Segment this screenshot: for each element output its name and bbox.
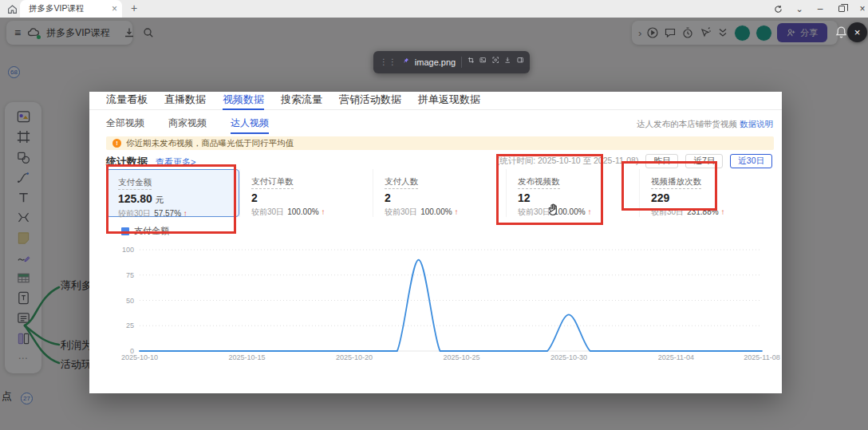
stat-value: 2: [251, 191, 258, 204]
window-refresh-icon[interactable]: [771, 2, 785, 16]
tab-group-rebate-data[interactable]: 拼单返现数据: [418, 92, 480, 110]
up-arrow-icon: ↑: [321, 207, 325, 216]
stat-card-order-count[interactable]: 支付订单数 2 较前30日100.00% ↑: [239, 169, 373, 217]
dashboard-tabs: 流量看板 直播数据 视频数据 搜索流量 营销活动数据 拼单返现数据: [89, 92, 782, 110]
crop-frame-icon[interactable]: [468, 57, 474, 68]
window-menu-chevron-icon[interactable]: ⌄: [792, 2, 807, 16]
info-text: 达人发布的本店铺带货视频: [637, 119, 737, 128]
tab-close-icon[interactable]: ×: [112, 4, 117, 14]
stat-value: 2: [385, 191, 391, 204]
tab-traffic-board[interactable]: 流量看板: [106, 92, 148, 110]
zoom-to-fit-icon[interactable]: [492, 57, 499, 68]
hand-cursor-icon: [546, 202, 562, 218]
pin-icon[interactable]: [403, 57, 409, 68]
svg-text:2025-10-20: 2025-10-20: [336, 353, 373, 361]
tab-marketing-data[interactable]: 营销活动数据: [339, 92, 401, 110]
range-button-30d[interactable]: 近30日: [730, 154, 772, 168]
home-icon[interactable]: [7, 4, 18, 14]
notice-banner: ! 你近期未发布视频，商品曝光低于同行平均值: [106, 136, 774, 150]
data-explain-link[interactable]: 数据说明: [740, 119, 773, 128]
image-float-toolbar: ⋮⋮ image.png: [373, 51, 530, 73]
tab-video-data[interactable]: 视频数据: [223, 92, 264, 110]
payment-line-chart: 02550751002025-10-102025-10-152025-10-20…: [112, 240, 766, 363]
up-arrow-icon: ↑: [720, 207, 724, 216]
open-panel-icon[interactable]: [517, 57, 523, 68]
browser-tab-bar: 拼多多VIP课程 × + ⌄ – ×: [0, 0, 868, 18]
window-close-button[interactable]: ×: [855, 2, 868, 16]
up-arrow-icon: ↑: [454, 207, 458, 216]
image-filename: image.png: [415, 57, 456, 67]
tab-live-data[interactable]: 直播数据: [164, 92, 206, 110]
new-tab-button[interactable]: +: [128, 2, 140, 15]
svg-text:75: 75: [126, 271, 134, 279]
notification-bell-icon[interactable]: [834, 26, 848, 39]
window-minimize-button[interactable]: –: [813, 2, 827, 16]
subtab-all-videos[interactable]: 全部视频: [106, 114, 144, 134]
svg-text:2025-10-15: 2025-10-15: [228, 353, 265, 361]
window-restore-button[interactable]: [834, 2, 849, 16]
stat-label: 支付人数: [385, 176, 418, 189]
stat-percent: 100.00%: [287, 207, 318, 216]
download-image-icon[interactable]: [504, 57, 511, 68]
notice-text: 你近期未发布视频，商品曝光低于同行平均值: [126, 138, 294, 149]
tab-search-traffic[interactable]: 搜索流量: [281, 92, 322, 110]
replace-image-icon[interactable]: [479, 57, 486, 68]
browser-tab[interactable]: 拼多多VIP课程 ×: [20, 0, 122, 18]
annotation-rect: [621, 161, 717, 211]
svg-text:2025-10-10: 2025-10-10: [121, 353, 158, 361]
svg-text:100: 100: [122, 246, 134, 254]
dashboard-preview-image[interactable]: 流量看板 直播数据 视频数据 搜索流量 营销活动数据 拼单返现数据 全部视频 商…: [89, 92, 782, 393]
close-preview-button[interactable]: ×: [847, 22, 867, 42]
drag-handle[interactable]: ⋮⋮: [380, 58, 397, 66]
subtab-merchant-videos[interactable]: 商家视频: [168, 114, 207, 134]
svg-text:50: 50: [126, 297, 134, 305]
stat-percent: 100.00%: [420, 207, 452, 216]
stat-compare-label: 较前30日: [251, 207, 284, 216]
svg-text:2025-11-08: 2025-11-08: [744, 353, 779, 361]
stat-label: 支付订单数: [251, 176, 294, 189]
info-line: 达人发布的本店铺带货视频 数据说明: [637, 119, 773, 130]
browser-tab-title: 拼多多VIP课程: [29, 3, 112, 14]
svg-text:2025-11-04: 2025-11-04: [658, 353, 694, 361]
svg-text:25: 25: [126, 322, 134, 329]
toolbar-divider: [461, 57, 462, 68]
annotation-rect: [106, 164, 236, 234]
warning-icon: !: [112, 139, 121, 148]
stat-compare-label: 较前30日: [385, 207, 417, 216]
whiteboard-stage: ≡ 拼多多VIP课程 ›: [0, 18, 868, 430]
svg-text:2025-10-25: 2025-10-25: [443, 353, 479, 361]
subtab-creator-videos[interactable]: 达人视频: [231, 114, 269, 134]
svg-text:2025-10-30: 2025-10-30: [550, 353, 587, 361]
stat-card-payer-count[interactable]: 支付人数 2 较前30日100.00% ↑: [373, 169, 506, 217]
